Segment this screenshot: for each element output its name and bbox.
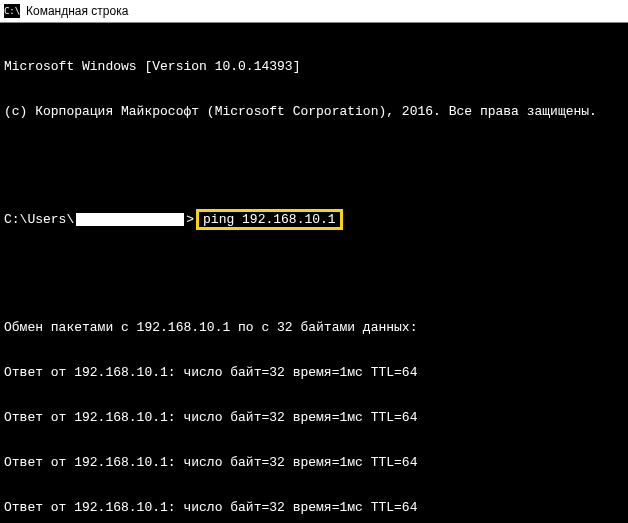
window-title: Командная строка [26, 4, 128, 18]
highlighted-command-1: ping 192.168.10.1 [196, 209, 343, 230]
reply-line: Ответ от 192.168.10.1: число байт=32 вре… [4, 365, 624, 380]
reply-line: Ответ от 192.168.10.1: число байт=32 вре… [4, 500, 624, 515]
prompt-line-1: C:\Users\ > ping 192.168.10.1 [4, 209, 624, 230]
command-prompt-window: C:\ Командная строка Microsoft Windows [… [0, 0, 628, 523]
exchange-line: Обмен пакетами с 192.168.10.1 по с 32 ба… [4, 320, 624, 335]
reply-line: Ответ от 192.168.10.1: число байт=32 вре… [4, 455, 624, 470]
terminal-output[interactable]: Microsoft Windows [Version 10.0.14393] (… [0, 23, 628, 523]
titlebar[interactable]: C:\ Командная строка [0, 0, 628, 23]
copyright-line: (c) Корпорация Майкрософт (Microsoft Cor… [4, 104, 624, 119]
blank-line [4, 149, 624, 164]
version-line: Microsoft Windows [Version 10.0.14393] [4, 59, 624, 74]
blank-line [4, 275, 624, 290]
redacted-username [76, 213, 184, 226]
prompt-path-prefix: C:\Users\ [4, 212, 74, 227]
reply-line: Ответ от 192.168.10.1: число байт=32 вре… [4, 410, 624, 425]
prompt-gt: > [186, 212, 194, 227]
cmd-icon: C:\ [4, 4, 20, 18]
